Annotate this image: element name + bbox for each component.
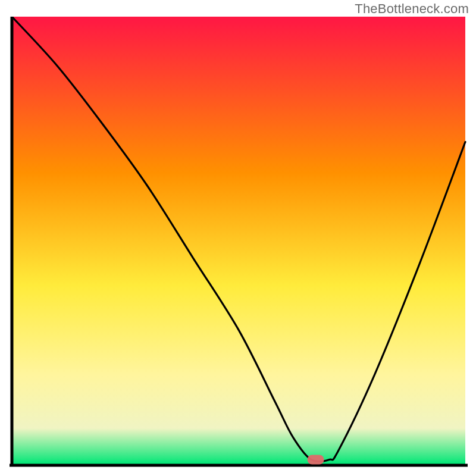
watermark-text: TheBottleneck.com [355,1,469,17]
chart-svg [10,17,468,469]
optimal-marker [308,455,324,464]
bottleneck-chart [10,17,468,469]
plot-background [12,17,465,464]
